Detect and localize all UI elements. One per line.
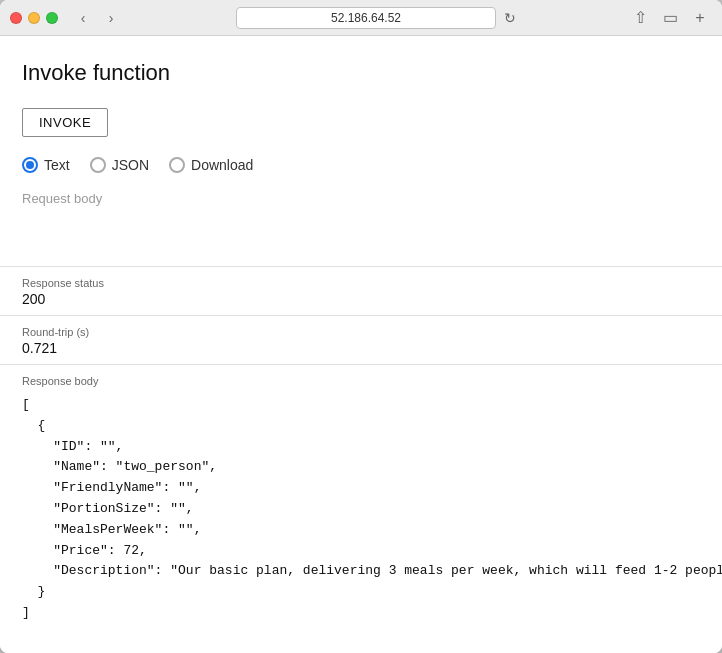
page-title: Invoke function — [22, 60, 700, 86]
duplicate-button[interactable]: ▭ — [658, 6, 682, 30]
maximize-button[interactable] — [46, 12, 58, 24]
page-content: Invoke function INVOKE Text JSON Downloa… — [0, 36, 722, 653]
response-status-value: 200 — [22, 291, 700, 307]
browser-window: ‹ › 52.186.64.52 ↻ ⇧ ▭ + Invoke function… — [0, 0, 722, 653]
radio-group: Text JSON Download — [22, 157, 700, 173]
response-body-code: [ { "ID": "", "Name": "two_person", "Fri… — [22, 395, 700, 624]
forward-button[interactable]: › — [98, 8, 124, 28]
response-status-label: Response status — [22, 277, 700, 289]
response-body-group: Response body [ { "ID": "", "Name": "two… — [22, 375, 700, 624]
radio-json-label: JSON — [112, 157, 149, 173]
address-bar-container: 52.186.64.52 ↻ — [132, 7, 620, 29]
roundtrip-group: Round-trip (s) 0.721 — [22, 326, 700, 356]
nav-buttons: ‹ › — [70, 8, 124, 28]
close-button[interactable] — [10, 12, 22, 24]
radio-text-label: Text — [44, 157, 70, 173]
radio-circle-download — [169, 157, 185, 173]
toolbar-right: ⇧ ▭ + — [628, 6, 712, 30]
divider-1 — [0, 266, 722, 267]
share-button[interactable]: ⇧ — [628, 6, 652, 30]
response-status-group: Response status 200 — [22, 277, 700, 307]
roundtrip-value: 0.721 — [22, 340, 700, 356]
roundtrip-label: Round-trip (s) — [22, 326, 700, 338]
reload-button[interactable]: ↻ — [504, 10, 516, 26]
minimize-button[interactable] — [28, 12, 40, 24]
radio-download[interactable]: Download — [169, 157, 253, 173]
url-text: 52.186.64.52 — [331, 11, 401, 25]
add-tab-button[interactable]: + — [688, 6, 712, 30]
radio-json[interactable]: JSON — [90, 157, 149, 173]
response-body-label: Response body — [22, 375, 700, 387]
invoke-button[interactable]: INVOKE — [22, 108, 108, 137]
radio-inner-text — [26, 161, 34, 169]
traffic-lights — [10, 12, 58, 24]
request-body-label: Request body — [22, 191, 700, 206]
radio-text[interactable]: Text — [22, 157, 70, 173]
radio-circle-text — [22, 157, 38, 173]
title-bar: ‹ › 52.186.64.52 ↻ ⇧ ▭ + — [0, 0, 722, 36]
back-button[interactable]: ‹ — [70, 8, 96, 28]
request-body-group: Request body — [22, 191, 700, 206]
address-bar[interactable]: 52.186.64.52 — [236, 7, 496, 29]
radio-circle-json — [90, 157, 106, 173]
divider-3 — [0, 364, 722, 365]
divider-2 — [0, 315, 722, 316]
radio-download-label: Download — [191, 157, 253, 173]
